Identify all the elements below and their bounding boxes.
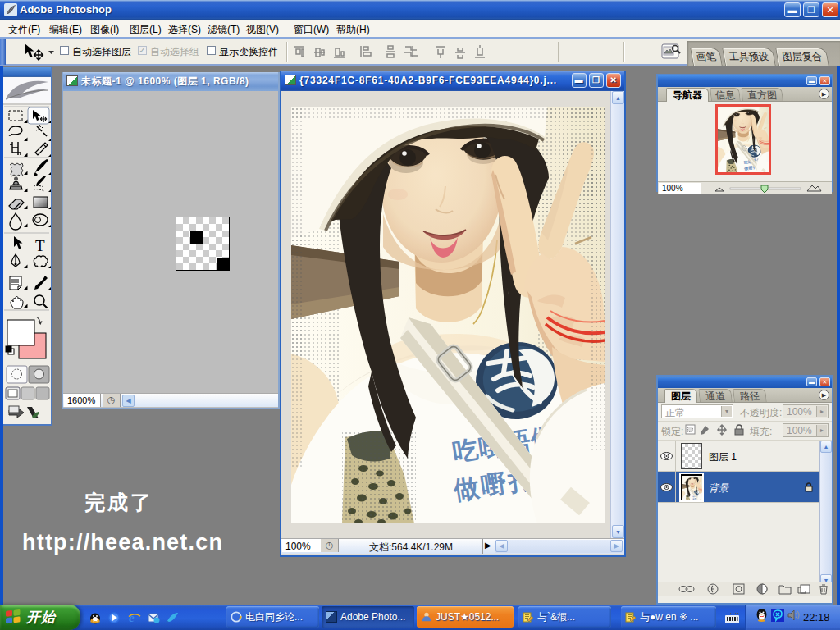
svg-text:e: e (129, 611, 135, 624)
svg-text:T: T (35, 237, 45, 254)
